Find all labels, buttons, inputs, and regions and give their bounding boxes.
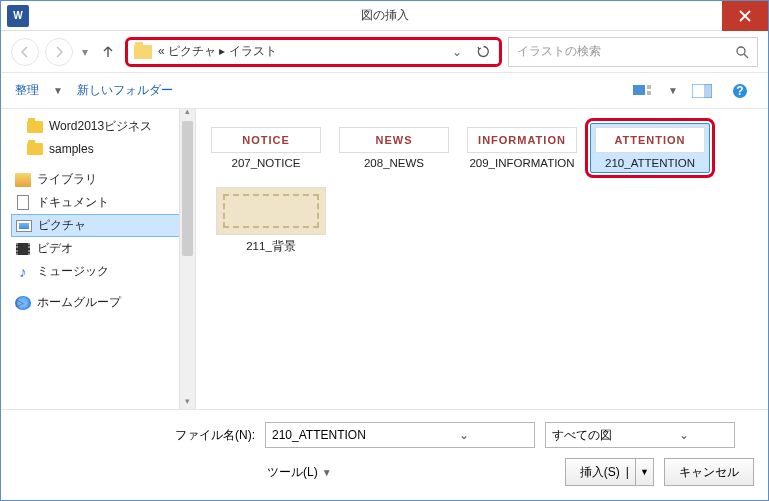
- tree-item-libraries[interactable]: ◢ ライブラリ: [11, 168, 191, 191]
- file-item[interactable]: NEWS 208_NEWS: [334, 123, 454, 173]
- preview-pane-button[interactable]: [688, 81, 716, 101]
- folder-icon: [134, 45, 152, 59]
- tree-item-pictures[interactable]: ピクチャ: [11, 214, 191, 237]
- insert-label: 挿入(S): [580, 464, 620, 481]
- file-thumbnail: [216, 187, 326, 235]
- file-list[interactable]: NOTICE 207_NOTICE NEWS 208_NEWS INFORMAT…: [196, 109, 768, 409]
- arrow-up-icon: [101, 45, 115, 59]
- close-icon: [739, 10, 751, 22]
- view-button[interactable]: [630, 81, 658, 101]
- app-icon: W: [7, 5, 29, 27]
- file-thumbnail: ATTENTION: [595, 127, 705, 153]
- svg-rect-1: [633, 85, 645, 95]
- folder-tree[interactable]: Word2013ビジネス samples ◢ ライブラリ ドキュメント: [1, 109, 196, 409]
- svg-point-0: [737, 47, 745, 55]
- path-dropdown[interactable]: ⌄: [447, 42, 467, 62]
- breadcrumb[interactable]: « ピクチャ ▸ イラスト ⌄: [125, 37, 502, 67]
- forward-button[interactable]: [45, 38, 73, 66]
- folder-icon: [27, 121, 43, 133]
- tree-item-label: ホームグループ: [37, 294, 121, 311]
- tree-item-label: ピクチャ: [38, 217, 86, 234]
- tree-item-homegroup[interactable]: ▷ ホームグループ: [11, 291, 191, 314]
- tools-label: ツール(L): [267, 464, 318, 481]
- window-title: 図の挿入: [361, 7, 409, 24]
- toolbar: 整理 ▼ 新しいフォルダー ▼ ?: [1, 73, 768, 109]
- svg-text:?: ?: [736, 84, 743, 98]
- file-name: 210_ATTENTION: [605, 157, 695, 169]
- library-icon: [15, 173, 31, 187]
- chevron-down-icon[interactable]: ▼: [635, 459, 653, 485]
- arrow-left-icon: [19, 46, 31, 58]
- tree-item-label: ミュージック: [37, 263, 109, 280]
- file-thumbnail: NOTICE: [211, 127, 321, 153]
- svg-rect-5: [704, 84, 712, 98]
- file-name: 207_NOTICE: [231, 157, 300, 169]
- cancel-label: キャンセル: [679, 464, 739, 481]
- folder-icon: [27, 143, 43, 155]
- body: Word2013ビジネス samples ◢ ライブラリ ドキュメント: [1, 109, 768, 409]
- search-input[interactable]: イラストの検索: [508, 37, 758, 67]
- expand-icon[interactable]: ▷: [15, 297, 25, 308]
- filetype-filter[interactable]: すべての図 ⌄: [545, 422, 735, 448]
- tree-item[interactable]: samples: [5, 138, 191, 160]
- file-name: 208_NEWS: [364, 157, 424, 169]
- insert-picture-dialog: W 図の挿入 ▾ « ピクチャ ▸ イラスト ⌄ イラストの検索: [0, 0, 769, 501]
- filename-input[interactable]: 210_ATTENTION ⌄: [265, 422, 535, 448]
- filter-value: すべての図: [552, 427, 640, 444]
- tree-item-label: samples: [49, 142, 94, 156]
- scroll-thumb[interactable]: [182, 121, 193, 256]
- file-item[interactable]: 211_背景: [206, 183, 336, 258]
- organize-dropdown[interactable]: ▼: [53, 85, 63, 96]
- tree-item-label: ビデオ: [37, 240, 73, 257]
- tree-scrollbar[interactable]: ▴ ▾: [179, 109, 195, 409]
- footer: ファイル名(N): 210_ATTENTION ⌄ すべての図 ⌄ ツール(L)…: [1, 409, 768, 500]
- thumbnails-icon: [633, 83, 655, 99]
- tree-item-label: ライブラリ: [37, 171, 97, 188]
- video-icon: [16, 243, 30, 255]
- music-icon: [15, 264, 31, 280]
- arrow-right-icon: [53, 46, 65, 58]
- file-thumbnail: INFORMATION: [467, 127, 577, 153]
- help-icon: ?: [732, 83, 748, 99]
- view-dropdown[interactable]: ▼: [668, 85, 678, 96]
- scroll-down-icon[interactable]: ▾: [180, 393, 195, 409]
- new-folder-button[interactable]: 新しいフォルダー: [77, 82, 173, 99]
- up-button[interactable]: [97, 41, 119, 63]
- insert-button[interactable]: 挿入(S) | ▼: [565, 458, 654, 486]
- tree-item-videos[interactable]: ビデオ: [11, 237, 191, 260]
- organize-button[interactable]: 整理: [15, 82, 39, 99]
- file-name: 211_背景: [246, 239, 296, 254]
- svg-rect-2: [647, 85, 651, 89]
- tools-button[interactable]: ツール(L) ▼: [267, 464, 332, 481]
- cancel-button[interactable]: キャンセル: [664, 458, 754, 486]
- tree-item[interactable]: Word2013ビジネス: [5, 115, 191, 138]
- chevron-down-icon[interactable]: ⌄: [640, 428, 728, 442]
- tree-item-label: ドキュメント: [37, 194, 109, 211]
- back-button[interactable]: [11, 38, 39, 66]
- refresh-icon: [477, 45, 490, 58]
- scroll-up-icon[interactable]: ▴: [180, 109, 195, 119]
- titlebar: W 図の挿入: [1, 1, 768, 31]
- split-divider: |: [626, 465, 629, 479]
- tree-item-music[interactable]: ミュージック: [11, 260, 191, 283]
- history-dropdown[interactable]: ▾: [79, 45, 91, 59]
- filename-value: 210_ATTENTION: [272, 428, 400, 442]
- file-item[interactable]: INFORMATION 209_INFORMATION: [462, 123, 582, 173]
- chevron-down-icon: ▼: [322, 467, 332, 478]
- document-icon: [17, 195, 29, 210]
- close-button[interactable]: [722, 1, 768, 31]
- file-thumbnail: NEWS: [339, 127, 449, 153]
- tree-item-label: Word2013ビジネス: [49, 118, 152, 135]
- tree-item-documents[interactable]: ドキュメント: [11, 191, 191, 214]
- svg-rect-3: [647, 91, 651, 95]
- help-button[interactable]: ?: [726, 81, 754, 101]
- preview-icon: [692, 84, 712, 98]
- refresh-button[interactable]: [473, 42, 493, 62]
- filename-label: ファイル名(N):: [15, 427, 255, 444]
- file-item[interactable]: NOTICE 207_NOTICE: [206, 123, 326, 173]
- search-icon: [735, 45, 749, 59]
- chevron-down-icon[interactable]: ⌄: [400, 428, 528, 442]
- picture-icon: [16, 220, 32, 232]
- file-name: 209_INFORMATION: [469, 157, 574, 169]
- file-item-selected[interactable]: ATTENTION 210_ATTENTION: [590, 123, 710, 173]
